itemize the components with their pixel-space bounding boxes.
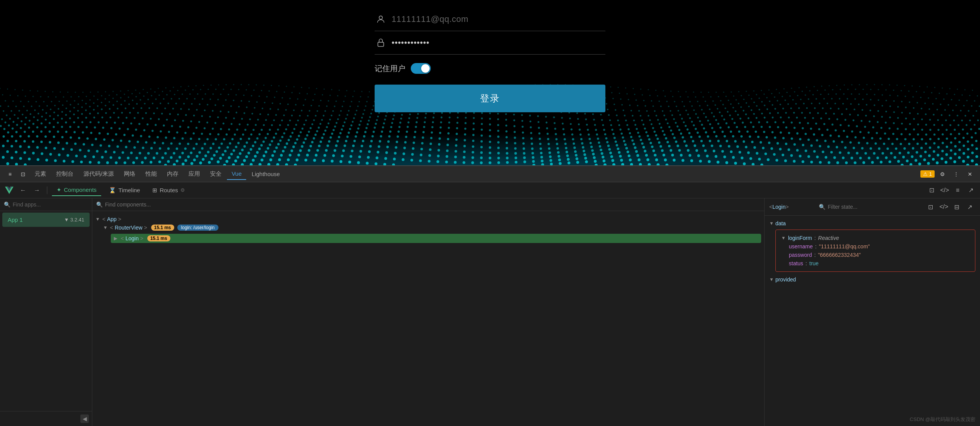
app-search-input[interactable] [13, 201, 88, 208]
remember-toggle[interactable] [411, 63, 431, 74]
devtools-tabbar: ≡ ⊡ 元素 控制台 源代码/来源 网络 性能 内存 应用 安全 Vue Lig… [0, 166, 980, 182]
loginform-key: loginForm [788, 235, 812, 241]
filter-input[interactable] [828, 204, 895, 210]
data-section-label: ▼ data [769, 220, 975, 226]
settings-icon[interactable]: ⚙ [936, 168, 948, 180]
tab-sources[interactable]: 源代码/来源 [79, 168, 118, 180]
filter-search-icon: 🔍 [819, 204, 825, 210]
data-collapse-arrow[interactable]: ▼ [769, 221, 774, 226]
devtools-inspect-icon[interactable]: ⊡ [17, 168, 29, 180]
devtools-panel: ≡ ⊡ 元素 控制台 源代码/来源 网络 性能 内存 应用 安全 Vue Lig… [0, 165, 980, 426]
screenshot-icon[interactable]: ⊡ [926, 185, 937, 196]
tab-console[interactable]: 控制台 [52, 168, 78, 180]
panel-center: 🔍 ▼ <App> ▼ <RouterView> 15.1 ms login: … [92, 198, 765, 426]
devtools-toggle-icon[interactable]: ≡ [4, 168, 16, 180]
login-node-row[interactable]: ▶ <Login> 15.1 ms [111, 234, 761, 243]
timeline-label: Timeline [118, 187, 140, 193]
devtools-right-icons: ⚠ 1 ⚙ ⋮ ✕ [920, 168, 976, 180]
routerview-time-badge: 15.1 ms [151, 225, 174, 231]
warning-badge: ⚠ 1 [920, 170, 935, 178]
components-icon: ✦ [57, 186, 62, 193]
loginform-collapse[interactable]: ▼ [781, 235, 786, 241]
right-header-icons: ⊡ </> ⊟ ↗ [925, 201, 975, 212]
copy-icon[interactable]: ⊟ [952, 201, 962, 212]
tab-lighthouse[interactable]: Lighthouse [247, 168, 284, 180]
panel-right-content: ▼ data ▼ loginForm : Reactive username :… [765, 216, 980, 426]
routes-label: Routes [160, 187, 178, 193]
app-search-row: 🔍 [0, 198, 92, 211]
provided-label: ▼ provided [769, 276, 975, 283]
password-row [375, 31, 605, 55]
more-options-icon[interactable]: ⋮ [950, 168, 962, 180]
svg-point-0 [379, 16, 383, 19]
username-input[interactable] [392, 14, 605, 24]
vue-tab-routes[interactable]: ⊞ Routes ⚙ [148, 185, 190, 196]
lock-icon [375, 37, 387, 49]
back-btn[interactable]: ← [18, 185, 28, 196]
vue-tab-components[interactable]: ✦ Components [52, 185, 101, 196]
tab-security[interactable]: 安全 [205, 168, 226, 180]
data-label: data [775, 220, 786, 226]
timeline-icon: ⌛ [109, 187, 116, 194]
login-time-badge: 15.1 ms [147, 235, 170, 241]
selected-component-tag: <Login> [769, 204, 789, 210]
panel-right: <Login> 🔍 ⊡ </> ⊟ ↗ ▼ data [765, 198, 980, 426]
routes-icon: ⊞ [152, 187, 157, 194]
provided-text: provided [775, 276, 796, 283]
username-row [375, 8, 605, 31]
tab-memory[interactable]: 内存 [162, 168, 183, 180]
vue-tab-timeline[interactable]: ⌛ Timeline [104, 185, 145, 196]
reactive-label: Reactive [818, 235, 839, 241]
panel-left-bottom: ◀ [0, 411, 92, 426]
tree-node-login[interactable]: ▶ <Login> 15.1 ms [95, 232, 761, 245]
routerview-route: login: /user/login [177, 225, 218, 231]
devtools-main: 🔍 App 1 ▼ 3.2.41 ◀ 🔍 ▼ <App> [0, 198, 980, 426]
forward-btn[interactable]: → [32, 185, 42, 196]
component-search-row: 🔍 [92, 198, 764, 211]
components-label: Components [64, 186, 97, 193]
tab-application[interactable]: 应用 [184, 168, 205, 180]
login-button[interactable]: 登录 [375, 85, 605, 112]
tree-node-app[interactable]: ▼ <App> [95, 215, 761, 223]
app-tag: App [107, 216, 117, 222]
login-form-data-box: ▼ loginForm : Reactive username : "11111… [775, 230, 975, 272]
collapse-panel-btn[interactable]: ◀ [80, 414, 89, 423]
routerview-toggle: ▼ [103, 225, 108, 230]
external-link-icon[interactable]: ↗ [965, 201, 975, 212]
component-search-icon: 🔍 [96, 201, 103, 208]
tab-performance[interactable]: 性能 [141, 168, 162, 180]
status-key: status [789, 260, 803, 266]
tab-elements[interactable]: 元素 [30, 168, 51, 180]
panel-left: 🔍 App 1 ▼ 3.2.41 ◀ [0, 198, 92, 426]
attribution: CSDN @敲代码敲到头发茂密 [910, 416, 975, 423]
app-list-item[interactable]: App 1 ▼ 3.2.41 [2, 213, 90, 227]
edit-code-icon[interactable]: </> [938, 201, 949, 212]
inspect-element-icon[interactable]: ≡ [952, 185, 963, 196]
inspect-icon[interactable]: ⊡ [925, 201, 936, 212]
username-key: username [789, 243, 813, 250]
user-icon [375, 13, 387, 25]
panel-right-header: <Login> 🔍 ⊡ </> ⊟ ↗ [765, 198, 980, 216]
loginform-header-row: ▼ loginForm : Reactive [781, 234, 970, 242]
app-toggle: ▼ [95, 216, 101, 222]
code-editor-icon[interactable]: </> [939, 185, 950, 196]
remember-label: 记住用户 [375, 63, 405, 74]
remember-row: 记住用户 [375, 55, 605, 81]
vue-toolbar: ← → ✦ Components ⌛ Timeline ⊞ Routes ⚙ ⊡… [0, 182, 980, 198]
app-name: App 1 [8, 216, 23, 223]
password-key: password [789, 252, 812, 258]
tab-vue[interactable]: Vue [227, 168, 246, 180]
password-data-row: password : "6666662332434" [781, 251, 970, 259]
provided-collapse[interactable]: ▼ [769, 277, 774, 282]
tree-node-routerview[interactable]: ▼ <RouterView> 15.1 ms login: /user/logi… [95, 223, 761, 232]
login-toggle: ▶ [114, 236, 119, 241]
login-form: 记住用户 登录 [375, 8, 605, 112]
status-data-row: status : true [781, 259, 970, 268]
username-data-row: username : "11111111@qq.com" [781, 242, 970, 251]
close-devtools-icon[interactable]: ✕ [964, 168, 976, 180]
open-editor-icon[interactable]: ↗ [965, 185, 976, 196]
password-input[interactable] [392, 38, 605, 48]
tab-network[interactable]: 网络 [119, 168, 140, 180]
vue-logo [4, 185, 15, 196]
component-search-input[interactable] [105, 201, 760, 208]
